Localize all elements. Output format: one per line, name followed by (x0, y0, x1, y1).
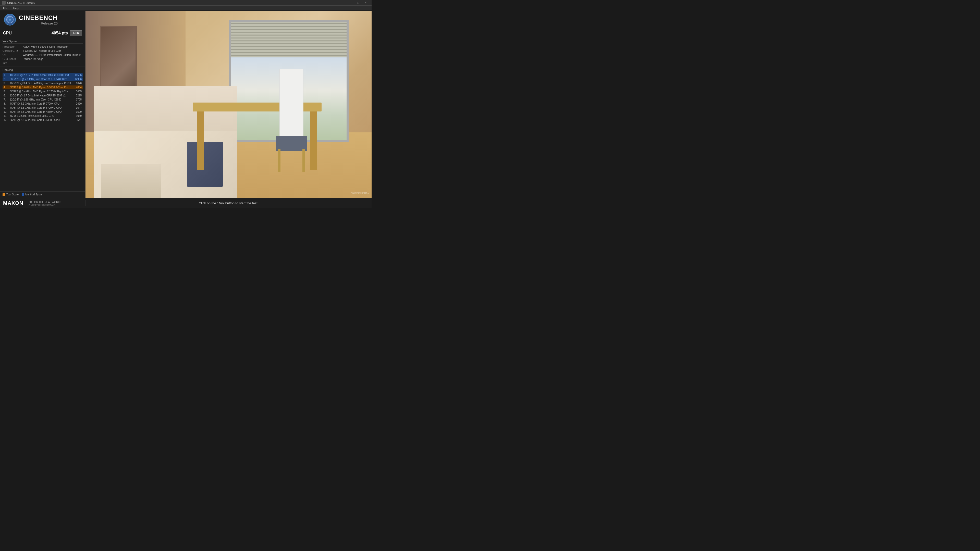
logo-text: CINEBENCH Release 20 (19, 14, 58, 25)
ranking-desc: 60C/120T @ 2.8 GHz, Intel Xeon CPU E7-48… (10, 78, 72, 81)
os-key: OS (3, 53, 22, 56)
legend-identical: Identical System (22, 193, 44, 196)
app-body: CINEBENCH Release 20 CPU 4054 pts Run Yo… (0, 11, 372, 198)
menubar: File Help (0, 6, 372, 11)
ranking-item: 12.2C/4T @ 2.3 GHz, Intel Core i5-5300U … (3, 118, 83, 122)
ranking-desc: 4C @ 3.3 GHz, Intel Core i5-3550 CPU (10, 114, 72, 118)
cpu-label: CPU (3, 31, 12, 35)
ranking-num: 7. (3, 98, 10, 101)
app-icon (2, 1, 6, 5)
ranking-desc: 8C/16T @ 3.4 GHz, AMD Ryzen 7 1700X Eigh… (10, 90, 72, 93)
processor-key: Processor (3, 45, 22, 48)
ranking-score: 2420 (72, 102, 82, 105)
maximize-button[interactable]: □ (354, 0, 362, 6)
cpu-section: CPU 4054 pts Run (0, 28, 85, 38)
cores-val: 6 Cores, 12 Threads @ 3.6 GHz (23, 49, 61, 52)
ranking-num: 5. (3, 90, 10, 93)
ranking-score: 16536 (72, 74, 82, 76)
ranking-item: 3.16C/32T @ 3.4 GHz, AMD Ryzen Threadrip… (3, 81, 83, 85)
ranking-num: 6. (3, 94, 10, 97)
ranking-num: 10. (3, 110, 10, 113)
ranking-score: 541 (72, 119, 82, 121)
left-panel: CINEBENCH Release 20 CPU 4054 pts Run Yo… (0, 11, 86, 198)
ranking-desc: 2C/4T @ 2.3 GHz, Intel Core i5-5300U CPU (10, 119, 72, 121)
maxon-sub: A NEMETSCHEK COMPANY (29, 204, 61, 206)
ranking-desc: 4C/8T @ 2.3 GHz, Intel Core i7-4850HQ CP… (10, 110, 72, 113)
ranking-num: 12. (3, 119, 10, 121)
processor-val: AMD Ryzen 5 3600 6-Core Processor (23, 45, 68, 48)
your-score-label: Your Score (6, 193, 19, 196)
ranking-item: 6.12C/24T @ 2.7 GHz, Intel Xeon CPU E5-2… (3, 94, 83, 97)
ranking-desc: 48C/96T @ 2.7 GHz, Intel Xeon Platinum 8… (10, 74, 72, 76)
ranking-num: 1. (3, 74, 10, 76)
system-section-label: Your System (3, 40, 83, 44)
ranking-item: 10.4C/8T @ 2.3 GHz, Intel Core i7-4850HQ… (3, 110, 83, 114)
ranking-num: 11. (3, 114, 10, 118)
os-val: Windows 10, 64 Bit, Professional Edition… (23, 53, 81, 56)
gfx-val: Radeon RX Vega (23, 57, 43, 60)
info-row-processor: Processor AMD Ryzen 5 3600 6-Core Proces… (3, 44, 83, 49)
close-button[interactable]: ✕ (362, 0, 369, 6)
ranking-item: 4.6C/12T @ 3.6 GHz, AMD Ryzen 5 3600 6-C… (3, 86, 83, 89)
chair-leg-left (278, 149, 280, 171)
menu-file[interactable]: File (2, 6, 9, 10)
chair (274, 69, 309, 172)
ranking-desc: 12C/24T @ 2.7 GHz, Intel Xeon CPU E5-269… (10, 94, 72, 97)
maxon-logo: MAXON (3, 200, 23, 206)
sofa-cushion (101, 164, 161, 198)
menu-help[interactable]: Help (12, 6, 21, 10)
legend-area: Your Score Identical System (0, 191, 85, 197)
table-leg-right (310, 111, 317, 170)
ranking-score: 1509 (72, 110, 82, 113)
maxon-text: 3D FOR THE REAL WORLD A NEMETSCHEK COMPA… (29, 200, 61, 206)
table-leg-left (197, 111, 204, 170)
ranking-num: 9. (3, 106, 10, 109)
bottom-bar: MAXON 3D FOR THE REAL WORLD A NEMETSCHEK… (0, 198, 372, 208)
ranking-item: 8.4C/8T @ 4.2 GHz, Intel Core i7-7700K C… (3, 102, 83, 106)
ranking-item: 11.4C @ 3.3 GHz, Intel Core i5-3550 CPU1… (3, 114, 83, 118)
ranking-list: 1.48C/96T @ 2.7 GHz, Intel Xeon Platinum… (3, 73, 83, 122)
ranking-desc: 4C/8T @ 2.6 GHz, Intel Core i7-6700HQ CP… (10, 106, 72, 109)
ranking-desc: 12C/24T @ 2.66 GHz, Intel Xeon CPU X5650 (10, 98, 72, 101)
render-scene: www.renderbar... (86, 11, 372, 198)
cinebench-icon (4, 14, 16, 25)
ranking-desc: 6C/12T @ 3.6 GHz, AMD Ryzen 5 3600 6-Cor… (10, 86, 72, 89)
ranking-num: 8. (3, 102, 10, 105)
ranking-item: 5.8C/16T @ 3.4 GHz, AMD Ryzen 7 1700X Ei… (3, 89, 83, 94)
ranking-score: 2705 (72, 98, 82, 101)
ranking-desc: 4C/8T @ 4.2 GHz, Intel Core i7-7700K CPU (10, 102, 72, 105)
identical-label: Identical System (25, 193, 44, 196)
chair-leg-right (302, 149, 305, 171)
info-row-os: OS Windows 10, 64 Bit, Professional Edit… (3, 53, 83, 57)
ranking-score: 12986 (72, 78, 82, 81)
ranking-score: 4054 (72, 86, 82, 89)
titlebar-left: CINEBENCH R20.060 (2, 1, 35, 5)
minimize-button[interactable]: — (347, 0, 354, 6)
cpu-score: 4054 pts (52, 31, 68, 35)
cinebench-title: CINEBENCH (19, 14, 58, 21)
render-panel: www.renderbar... (86, 11, 372, 198)
window-blinds (231, 22, 347, 57)
info-row-info: Info (3, 61, 83, 65)
ranking-score: 3455 (72, 90, 82, 93)
ranking-score: 1647 (72, 106, 82, 109)
run-button[interactable]: Run (70, 30, 82, 36)
ranking-item: 1.48C/96T @ 2.7 GHz, Intel Xeon Platinum… (3, 73, 83, 77)
info-row-cores: Cores x GHz 6 Cores, 12 Threads @ 3.6 GH… (3, 49, 83, 53)
ranking-num: 3. (3, 82, 10, 85)
bottom-message: Click on the 'Run' button to start the t… (86, 201, 372, 205)
cores-key: Cores x GHz (3, 49, 22, 52)
ranking-item: 2.60C/120T @ 2.8 GHz, Intel Xeon CPU E7-… (3, 77, 83, 81)
ranking-num: 4. (3, 86, 10, 89)
info-row-gfx: GFX Board Radeon RX Vega (3, 57, 83, 61)
ranking-section-label: Ranking (3, 68, 83, 72)
ranking-score: 3225 (72, 94, 82, 97)
your-score-dot (3, 193, 5, 196)
system-section: Your System Processor AMD Ryzen 5 3600 6… (0, 38, 85, 67)
ranking-section: Ranking 1.48C/96T @ 2.7 GHz, Intel Xeon … (0, 67, 85, 191)
titlebar-controls: — □ ✕ (347, 0, 369, 6)
cinebench-subtitle: Release 20 (19, 21, 58, 25)
chair-back (280, 69, 304, 146)
ranking-score: 1059 (72, 114, 82, 118)
identical-dot (22, 193, 24, 196)
